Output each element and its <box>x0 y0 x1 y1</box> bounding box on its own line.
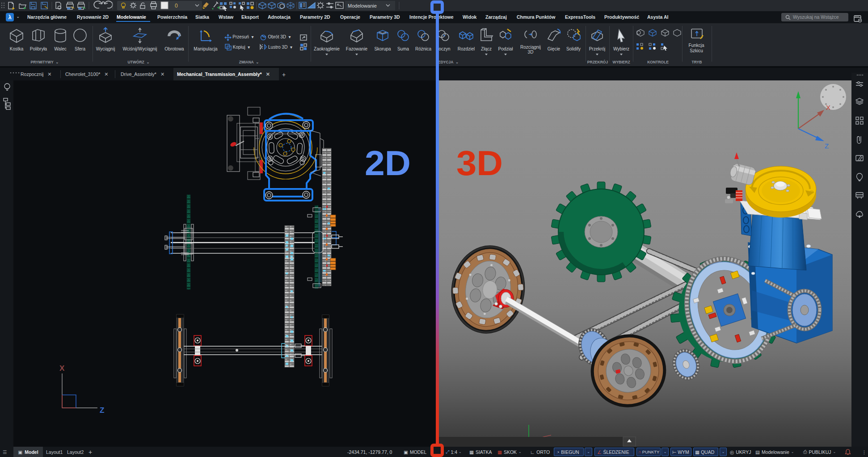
svg-text:Z: Z <box>825 142 829 150</box>
svg-text:X: X <box>826 104 830 111</box>
svg-text:Z: Z <box>100 406 104 415</box>
svg-text:2D: 2D <box>365 143 411 183</box>
svg-text:0: 0 <box>175 3 178 9</box>
svg-text:3D: 3D <box>456 143 503 183</box>
svg-text:Modelowanie: Modelowanie <box>348 3 377 8</box>
svg-text:X: X <box>59 364 65 373</box>
